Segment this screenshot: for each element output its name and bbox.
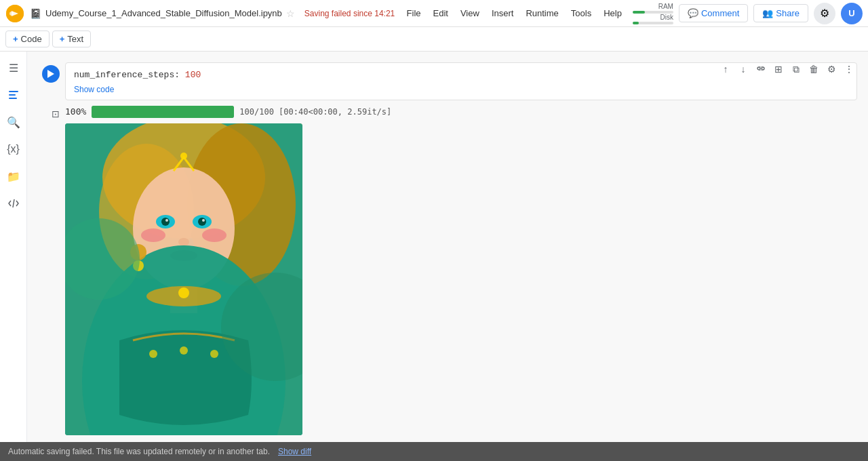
user-avatar[interactable]: U <box>841 3 863 24</box>
notebook-content: num_inference_steps: 100 Show code ↑ ↓ <box>27 52 868 461</box>
colab-logo-icon <box>5 4 24 23</box>
progress-bar-bg <box>92 106 234 118</box>
add-code-button[interactable]: + Code <box>5 31 50 47</box>
topbar-right: RAM Disk 💬 Comment 👥 Share ⚙ U <box>633 3 863 24</box>
code-value: 100 <box>185 70 201 80</box>
add-text-button[interactable]: + Text <box>52 31 91 47</box>
svg-point-20 <box>202 228 226 242</box>
nav-tools[interactable]: Tools <box>566 5 597 21</box>
svg-point-31 <box>180 346 188 355</box>
nav-file[interactable]: File <box>401 5 427 21</box>
output-gutter: ⊡ <box>33 106 65 119</box>
comment-button[interactable]: 💬 Comment <box>679 4 748 22</box>
code-cell: num_inference_steps: 100 Show code ↑ ↓ <box>33 62 857 100</box>
main-area: ☰ 🔍 {x} 📁 <box>0 52 868 461</box>
svg-line-6 <box>13 199 14 207</box>
svg-point-29 <box>180 153 187 159</box>
svg-point-15 <box>161 218 170 226</box>
star-icon[interactable]: ☆ <box>286 8 295 19</box>
nav-menu: File Edit View Insert Runtime Tools Help <box>401 5 627 21</box>
nav-runtime[interactable]: Runtime <box>520 5 564 21</box>
share-icon: 👥 <box>762 8 773 18</box>
svg-rect-3 <box>9 91 18 92</box>
disk-label: Disk <box>660 14 673 21</box>
notebook-toolbar: + Code + Text <box>0 27 868 52</box>
ram-disk-indicator: RAM Disk <box>633 3 673 24</box>
run-icon <box>47 70 54 78</box>
file-name-area: 📓 Udemy_Course_1_Advanced_Stable_Diffusi… <box>30 8 396 19</box>
cell-more-button[interactable]: ⋮ <box>841 61 857 77</box>
copy-cell-button[interactable]: ⧉ <box>788 61 804 77</box>
link-icon <box>756 64 766 74</box>
share-button[interactable]: 👥 Share <box>753 4 808 22</box>
svg-point-19 <box>141 228 165 242</box>
svg-point-18 <box>202 219 205 222</box>
code-label: Code <box>21 34 42 44</box>
sidebar-menu-icon[interactable]: ☰ <box>3 57 24 79</box>
code-variable: num_inference_steps: <box>74 70 180 80</box>
topbar: 📓 Udemy_Course_1_Advanced_Stable_Diffusi… <box>0 0 868 27</box>
sidebar-search-icon[interactable]: 🔍 <box>3 111 24 133</box>
share-label: Share <box>776 8 800 18</box>
text-label: Text <box>67 34 83 44</box>
nav-edit[interactable]: Edit <box>428 5 454 21</box>
svg-point-21 <box>178 238 189 246</box>
svg-point-17 <box>165 219 168 222</box>
sidebar-files-icon[interactable]: 📁 <box>3 165 24 187</box>
ram-label: RAM <box>658 3 673 10</box>
move-up-button[interactable]: ↑ <box>717 61 734 77</box>
show-code-link[interactable]: Show code <box>74 85 848 94</box>
output-content: 100% 100/100 [00:40<00:00, 2.59it/s] <box>65 106 857 435</box>
nav-view[interactable]: View <box>455 5 485 21</box>
link-cell-button[interactable] <box>753 61 769 77</box>
run-cell-button[interactable] <box>42 65 60 83</box>
ai-image-canvas <box>65 123 302 435</box>
output-image <box>65 123 302 435</box>
comment-icon: 💬 <box>688 8 698 18</box>
saving-status: Saving failed since 14:21 <box>304 9 395 18</box>
progress-row: 100% 100/100 [00:40<00:00, 2.59it/s] <box>65 106 857 118</box>
status-message: Automatic saving failed. This file was u… <box>8 447 270 456</box>
progress-bar-fill <box>92 106 234 118</box>
ai-image-svg <box>65 123 302 435</box>
plus-icon: + <box>13 34 18 44</box>
show-diff-link[interactable]: Show diff <box>278 447 311 456</box>
svg-rect-5 <box>9 98 17 99</box>
progress-stats: 100/100 [00:40<00:00, 2.59it/s] <box>239 107 391 117</box>
nav-help[interactable]: Help <box>598 5 627 21</box>
file-icon: 📓 <box>30 8 41 19</box>
svg-rect-4 <box>9 94 16 96</box>
settings-button[interactable]: ⚙ <box>814 3 835 24</box>
file-name: Udemy_Course_1_Advanced_Stable_Diffusion… <box>45 8 282 18</box>
sidebar: ☰ 🔍 {x} 📁 <box>0 52 27 461</box>
sidebar-code-icon[interactable] <box>3 193 24 214</box>
svg-point-30 <box>149 350 157 358</box>
sidebar-variables-icon[interactable]: {x} <box>3 138 24 160</box>
toc-icon <box>7 89 20 101</box>
comment-label: Comment <box>701 8 739 18</box>
svg-point-16 <box>198 218 206 226</box>
svg-point-26 <box>178 287 189 298</box>
svg-point-32 <box>210 350 218 358</box>
plus-text-icon: + <box>60 34 65 44</box>
output-expand-icon[interactable]: ⊡ <box>52 108 60 119</box>
output-area: ⊡ 100% 100/100 [00:40<00:00, 2.59it/s] <box>33 106 857 435</box>
status-bar: Automatic saving failed. This file was u… <box>0 442 868 461</box>
disk-bar <box>633 22 673 24</box>
expand-cell-button[interactable]: ⊞ <box>770 61 787 77</box>
svg-point-2 <box>9 12 14 16</box>
progress-pct: 100% <box>65 106 86 117</box>
sidebar-toc-icon[interactable] <box>3 84 24 106</box>
cell-settings-button[interactable]: ⚙ <box>823 61 840 77</box>
move-down-button[interactable]: ↓ <box>735 61 751 77</box>
delete-cell-button[interactable]: 🗑 <box>806 61 822 77</box>
cell-toolbar: ↑ ↓ ⊞ ⧉ 🗑 ⚙ ⋮ <box>717 61 857 77</box>
nav-insert[interactable]: Insert <box>486 5 519 21</box>
cell-gutter <box>33 62 65 83</box>
code-snippets-icon <box>7 197 20 209</box>
